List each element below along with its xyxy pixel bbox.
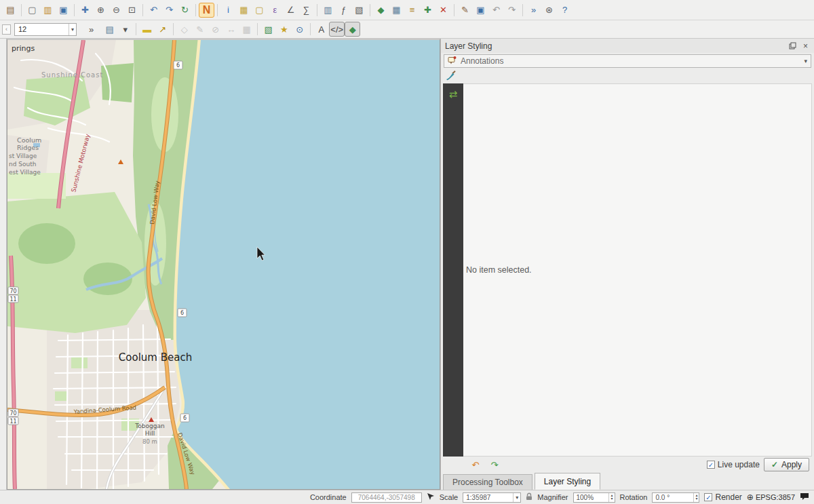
apply-button[interactable]: ✓ Apply [764,458,809,471]
icon-glyph: ◇ [181,25,188,34]
render-checkbox[interactable]: ✓ Render [704,492,741,502]
toolbar-separator [21,4,22,16]
add-vector-layer-icon[interactable]: ◆ [373,3,389,18]
route-shield: 70 [9,288,16,294]
zoom-in-icon[interactable]: ⊕ [93,3,109,18]
undo-edit-icon[interactable]: ↶ [488,3,504,18]
field-calculator-icon[interactable]: ƒ [336,3,351,18]
messages-balloon-icon[interactable] [800,492,809,502]
icon-glyph: ▣ [59,5,67,14]
close-panel-icon[interactable]: × [801,41,810,50]
live-update-checkbox[interactable]: ✓ Live update [707,460,760,469]
measure-line-icon[interactable]: ∠ [283,3,298,18]
refresh-map-icon[interactable]: ↻ [177,3,193,18]
html-annotation-icon[interactable]: </> [329,22,345,37]
save-project-icon[interactable]: ▣ [56,3,71,18]
redo-style-button[interactable]: ↷ [487,459,502,471]
icon-glyph: ✕ [440,5,447,14]
magnifier-spinbox[interactable]: 100% ▴▾ [573,492,615,503]
empty-state-text: No item selected. [466,265,532,275]
toolbar-separator [136,23,136,35]
map-label-hill: Hill [145,430,155,437]
spin-down-icon[interactable]: ▾ [695,497,697,501]
coordinate-input[interactable]: 7064464,-3057498 [351,492,422,503]
collapsed-left-dock[interactable] [0,39,7,490]
layer-selector[interactable]: Annotations ▾ [444,54,811,68]
icon-glyph: ⊖ [113,5,120,14]
delete-annotation-icon[interactable]: ⊘ [208,22,223,37]
zoom-next-icon[interactable]: ↷ [161,3,177,18]
chevron-down-icon[interactable]: ▾ [513,493,520,502]
crs-status-button[interactable]: ⊕ EPSG:3857 [747,492,795,502]
add-delimited-text-icon[interactable]: ≡ [404,3,420,18]
text-annotation-icon[interactable]: A [313,22,329,37]
icon-glyph: ▧ [355,5,363,14]
attribute-table-icon[interactable]: ▥ [320,3,336,18]
float-panel-icon[interactable] [788,41,797,50]
new-shapefile-layer-icon[interactable]: ✚ [420,3,435,18]
extents-cursor-icon[interactable] [427,492,435,502]
map-canvas-frame: 6 6 6 70 11 70 11 prings Sunshine Coast … [7,39,440,490]
annotation-properties-icon[interactable]: ▤ [102,22,117,37]
pan-map-icon[interactable]: ✚ [77,3,93,18]
rectangle-annotation-icon[interactable]: ▦ [239,22,254,37]
map-canvas[interactable]: 6 6 6 70 11 70 11 prings Sunshine Coast … [7,40,440,489]
select-features-icon[interactable]: ▦ [236,3,252,18]
icon-glyph: ↶ [492,5,500,14]
add-raster-layer-icon[interactable]: ▦ [389,3,404,18]
toolbar-separator [522,4,523,16]
zoom-out-icon[interactable]: ⊖ [109,3,124,18]
lock-scale-icon[interactable] [526,492,532,502]
python-console-icon[interactable]: » [526,3,541,18]
move-annotation-icon[interactable]: ↗ [155,22,170,37]
panel-toggle-icon[interactable]: ‹ [2,24,11,35]
layout-manager-icon[interactable]: ▧ [351,3,367,18]
annotation-scale-combobox[interactable]: 12 ▾ [14,23,77,36]
open-project-icon[interactable]: ▥ [40,3,56,18]
zoom-last-icon[interactable]: ↶ [146,3,161,18]
processing-toolbox-icon[interactable]: ⊛ [541,3,557,18]
icon-glyph: ↔ [227,25,235,34]
chevron-down-icon[interactable]: ▾ [69,24,76,35]
spatial-bookmark-icon[interactable]: ★ [276,22,292,37]
svg-annotation-icon[interactable]: ◆ [345,22,360,37]
scale-combobox[interactable]: 1:35987 ▾ [463,492,521,503]
save-edits-icon[interactable]: ▣ [473,3,488,18]
magnifier-value: 100% [577,494,594,501]
tab-processing-toolbox[interactable]: Processing Toolbox [443,474,532,490]
help-icon[interactable]: ? [557,3,573,18]
redo-edit-icon[interactable]: ↷ [504,3,520,18]
annotation-style-tab[interactable]: ⇄ [444,85,462,103]
deselect-features-icon[interactable]: ▢ [252,3,267,18]
temporal-controller-icon[interactable]: ⊙ [292,22,307,37]
style-panel-toolbar [441,70,814,83]
qgis-north-icon[interactable]: N [199,3,214,18]
toggle-editing-icon[interactable]: ✎ [457,3,473,18]
statistical-summary-icon[interactable]: ∑ [298,3,314,18]
tab-layer-styling[interactable]: Layer Styling [535,473,600,490]
map-label-place: Coolum Beach [119,351,192,364]
edit-annotation-nodes-icon[interactable]: ✎ [192,22,208,37]
icon-glyph: ⊙ [296,25,303,34]
annotation-dropdown-icon[interactable]: ▾ [117,22,133,37]
rotation-spinbox[interactable]: 0.0 ° ▴▾ [652,492,699,503]
spin-down-icon[interactable]: ▾ [610,497,613,501]
symbology-brush-icon[interactable] [445,71,456,83]
dock-tab-bar: Processing Toolbox Layer Styling [441,473,814,490]
line-annotation-icon[interactable]: ↔ [223,22,239,37]
icon-glyph: A [318,25,324,34]
icon-glyph: ≡ [410,5,415,14]
undo-style-button[interactable]: ↶ [468,459,483,471]
new-map-view-icon[interactable]: ▧ [260,22,276,37]
modify-annotation-icon[interactable]: ◇ [176,22,192,37]
remove-layer-icon[interactable]: ✕ [435,3,451,18]
new-project-icon[interactable]: ▢ [24,3,40,18]
polygon-annotation-icon[interactable]: ▬ [139,22,155,37]
checkbox-check-icon: ✓ [707,461,715,469]
toolbar-overflow-icon[interactable]: » [89,24,94,35]
open-data-source-manager-icon[interactable]: ▤ [3,3,18,18]
route-shield: 11 [9,419,16,425]
select-by-expression-icon[interactable]: ε [267,3,283,18]
identify-features-icon[interactable]: i [220,3,236,18]
zoom-full-icon[interactable]: ⊡ [124,3,140,18]
